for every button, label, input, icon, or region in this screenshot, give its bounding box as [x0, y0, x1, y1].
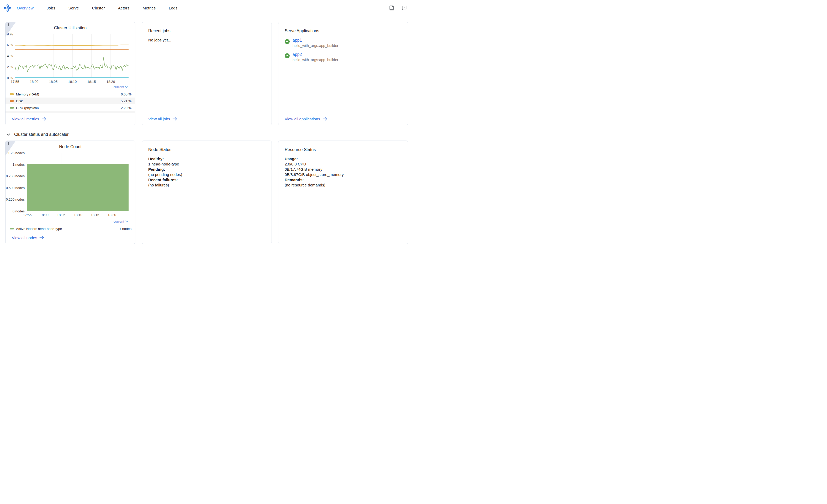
pending-label: Pending: — [148, 167, 165, 171]
view-all-applications-link[interactable]: View all applications — [285, 117, 327, 121]
tab-serve[interactable]: Serve — [68, 6, 79, 10]
node-count-legend: Active Nodes: head-node-type 1 nodes — [5, 225, 135, 232]
top-navigation-bar: Overview Jobs Serve Cluster Actors Metri… — [0, 0, 414, 16]
serve-applications-card: Serve Applications app1 hello_with_args:… — [278, 22, 408, 125]
chevron-down-icon — [125, 86, 128, 88]
view-all-jobs-link[interactable]: View all jobs — [148, 117, 177, 121]
pending-value: (no pending nodes) — [148, 172, 265, 177]
cluster-utilization-title: Cluster Utilization — [5, 26, 135, 31]
app2-link[interactable]: app2 — [293, 52, 338, 57]
time-aggregation-selector[interactable]: current — [113, 85, 128, 89]
svg-text:0.750 nodes: 0.750 nodes — [6, 174, 25, 178]
svg-text:17:55: 17:55 — [23, 213, 32, 217]
arrow-forward-icon — [323, 117, 327, 121]
legend-row: Memory (RAM) 6.05 % — [5, 91, 135, 98]
svg-text:0 nodes: 0 nodes — [13, 209, 25, 213]
svg-text:18:00: 18:00 — [40, 213, 49, 217]
recent-jobs-card: Recent jobs No jobs yet... View all jobs — [142, 22, 272, 125]
svg-text:18:15: 18:15 — [87, 80, 96, 84]
section-title: Cluster status and autoscaler — [14, 132, 68, 137]
time-aggregation-selector[interactable]: current — [113, 219, 128, 223]
svg-text:0.500 nodes: 0.500 nodes — [6, 186, 25, 190]
recent-failures-value: (no failures) — [148, 183, 265, 188]
svg-text:1 nodes: 1 nodes — [13, 163, 25, 166]
chevron-down-icon — [125, 220, 128, 222]
svg-text:18:05: 18:05 — [49, 80, 58, 84]
tab-actors[interactable]: Actors — [118, 6, 130, 10]
overview-page: i Cluster Utilization 8 %6 %4 %2 %0 %17:… — [0, 16, 414, 244]
cpu-swatch — [10, 107, 14, 109]
tab-metrics[interactable]: Metrics — [142, 6, 156, 10]
usage-memory: 0B/17.74GiB memory — [285, 167, 402, 172]
node-count-card: i Node Count 1.25 nodes1 nodes0.750 node… — [5, 141, 135, 244]
resource-status-title: Resource Status — [285, 147, 408, 152]
node-status-card: Node Status Healthy: 1 head-node-type Pe… — [142, 141, 272, 244]
demands-label: Demands: — [285, 178, 304, 182]
info-icon: i — [8, 142, 9, 146]
serve-app-row: app2 hello_with_args:app_builder — [285, 52, 408, 62]
memory-swatch — [10, 93, 14, 95]
legend-row: Active Nodes: head-node-type 1 nodes — [5, 225, 135, 232]
svg-text:18:00: 18:00 — [30, 80, 39, 84]
healthy-value: 1 head-node-type — [148, 161, 265, 167]
tab-overview[interactable]: Overview — [17, 6, 34, 10]
app1-link[interactable]: app1 — [293, 38, 338, 43]
docs-book-icon[interactable] — [389, 5, 394, 11]
serve-app-row: app1 hello_with_args:app_builder — [285, 38, 408, 48]
tab-jobs[interactable]: Jobs — [47, 6, 55, 10]
usage-cpu: 2.0/8.0 CPU — [285, 161, 402, 167]
svg-text:6 %: 6 % — [7, 43, 13, 47]
ray-logo-icon[interactable] — [4, 4, 11, 12]
svg-text:0.250 nodes: 0.250 nodes — [6, 197, 25, 201]
svg-text:18:20: 18:20 — [108, 213, 116, 217]
svg-text:2 %: 2 % — [7, 65, 13, 69]
feedback-icon[interactable] — [401, 5, 407, 11]
arrow-forward-icon — [39, 236, 44, 240]
utilization-legend: Memory (RAM) 6.05 % Disk 5.21 % CPU (phy… — [5, 91, 135, 113]
app1-deployment: hello_with_args:app_builder — [293, 44, 338, 48]
info-icon: i — [8, 23, 9, 27]
arrow-forward-icon — [42, 117, 46, 121]
legend-row: Disk 5.21 % — [5, 98, 135, 104]
collapse-chevron-icon[interactable] — [6, 133, 10, 137]
node-status-title: Node Status — [148, 147, 272, 152]
svg-text:18:20: 18:20 — [106, 80, 115, 84]
demands-value: (no resource demands) — [285, 183, 402, 188]
cluster-utilization-chart: 8 %6 %4 %2 %0 %17:5518:0018:0518:1018:15… — [5, 31, 135, 84]
recent-jobs-title: Recent jobs — [148, 29, 272, 33]
view-all-metrics-link[interactable]: View all metrics — [12, 117, 46, 121]
svg-text:1.25 nodes: 1.25 nodes — [8, 151, 25, 155]
legend-row-partial — [5, 111, 135, 113]
app2-deployment: hello_with_args:app_builder — [293, 58, 338, 62]
recent-failures-label: Recent failures: — [148, 178, 178, 182]
node-count-chart: 1.25 nodes1 nodes0.750 nodes0.500 nodes0… — [5, 149, 135, 217]
node-count-title: Node Count — [5, 145, 135, 149]
cluster-utilization-card: i Cluster Utilization 8 %6 %4 %2 %0 %17:… — [5, 22, 135, 125]
tab-logs[interactable]: Logs — [169, 6, 177, 10]
tab-cluster[interactable]: Cluster — [92, 6, 105, 10]
usage-label: Usage: — [285, 157, 298, 161]
disk-swatch — [10, 100, 14, 102]
legend-row: CPU (physical) 2.20 % — [5, 104, 135, 111]
view-all-nodes-link[interactable]: View all nodes — [12, 236, 44, 240]
nav-tabs: Overview Jobs Serve Cluster Actors Metri… — [17, 6, 178, 10]
healthy-status-icon — [285, 39, 290, 44]
healthy-label: Healthy: — [148, 157, 164, 161]
healthy-status-icon — [285, 53, 290, 58]
arrow-forward-icon — [173, 117, 177, 121]
svg-text:18:10: 18:10 — [74, 213, 82, 217]
svg-text:4 %: 4 % — [7, 54, 13, 58]
svg-text:0 %: 0 % — [7, 76, 13, 80]
active-nodes-swatch — [10, 228, 14, 230]
svg-text:18:05: 18:05 — [57, 213, 65, 217]
no-jobs-message: No jobs yet... — [148, 38, 171, 42]
resource-status-card: Resource Status Usage: 2.0/8.0 CPU 0B/17… — [278, 141, 408, 244]
svg-text:18:15: 18:15 — [91, 213, 99, 217]
usage-object-store: 0B/8.87GiB object_store_memory — [285, 172, 402, 177]
serve-applications-title: Serve Applications — [285, 29, 408, 33]
svg-text:17:55: 17:55 — [11, 80, 19, 84]
svg-text:18:10: 18:10 — [68, 80, 77, 84]
cluster-status-section-header[interactable]: Cluster status and autoscaler — [6, 132, 408, 137]
